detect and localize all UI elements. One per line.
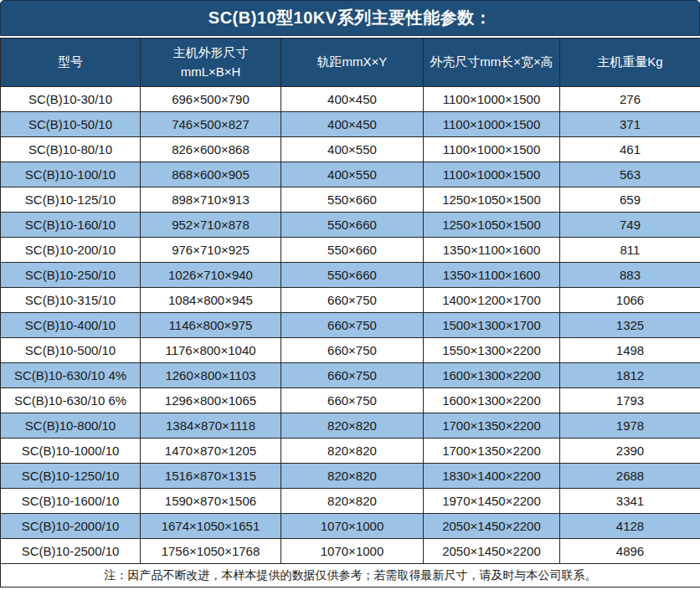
cell-weight: 4128 (560, 514, 700, 539)
table-row: SC(B)10-30/10696×500×790400×4501100×1000… (1, 87, 700, 112)
page-title: SC(B)10型10KV系列主要性能参数： (208, 7, 492, 29)
cell-shell: 1700×1350×2200 (424, 413, 560, 439)
cell-model: SC(B)10-50/10 (1, 112, 141, 137)
table-footer: 注：因产品不断改进，本样本提供的数据仅供参考；若需取得最新尺寸，请及时与本公司联… (1, 564, 700, 587)
table-row: SC(B)10-100/10868×600×905400×5501100×100… (1, 162, 700, 187)
cell-model: SC(B)10-800/10 (1, 413, 141, 439)
cell-gauge: 820×820 (281, 413, 424, 439)
table-row: SC(B)10-2000/101674×1050×16511070×100020… (1, 514, 700, 539)
note-row: 注：因产品不断改进，本样本提供的数据仅供参考；若需取得最新尺寸，请及时与本公司联… (1, 564, 700, 587)
cell-dimensions: 868×600×905 (141, 162, 281, 187)
cell-dimensions: 1026×710×940 (141, 263, 281, 288)
col-header-dimensions: 主机外形尺寸 mmL×B×H (141, 38, 281, 87)
cell-dimensions: 1084×800×945 (141, 288, 281, 313)
cell-dimensions: 1470×870×1205 (141, 439, 281, 464)
cell-weight: 1978 (560, 413, 700, 439)
cell-shell: 1600×1300×2200 (424, 388, 560, 413)
cell-shell: 1550×1300×2200 (424, 338, 560, 363)
cell-weight: 1812 (560, 363, 700, 388)
cell-dimensions: 1674×1050×1651 (141, 514, 281, 539)
col-header-gauge: 轨距mmX×Y (281, 38, 424, 87)
table-row: SC(B)10-1000/101470×870×1205820×8201700×… (1, 439, 700, 464)
cell-weight: 659 (560, 187, 700, 213)
cell-gauge: 820×820 (281, 489, 424, 514)
table-body: SC(B)10-30/10696×500×790400×4501100×1000… (1, 87, 700, 564)
table-row: SC(B)10-200/10976×710×925550×6601350×110… (1, 238, 700, 263)
page-title-bar: SC(B)10型10KV系列主要性能参数： (0, 0, 700, 36)
table-row: SC(B)10-80/10826×600×868400×5501100×1000… (1, 137, 700, 162)
cell-model: SC(B)10-315/10 (1, 288, 141, 313)
cell-gauge: 1070×1000 (281, 514, 424, 539)
cell-shell: 1350×1100×1600 (424, 238, 560, 263)
cell-gauge: 660×750 (281, 288, 424, 313)
cell-shell: 1400×1200×1700 (424, 288, 560, 313)
cell-shell: 1500×1300×1700 (424, 313, 560, 338)
cell-shell: 1600×1300×2200 (424, 363, 560, 388)
cell-gauge: 400×550 (281, 137, 424, 162)
cell-weight: 4896 (560, 539, 700, 564)
table-row: SC(B)10-125/10898×710×913550×6601250×105… (1, 187, 700, 213)
note-text: 注：因产品不断改进，本样本提供的数据仅供参考；若需取得最新尺寸，请及时与本公司联… (1, 564, 700, 587)
cell-dimensions: 898×710×913 (141, 187, 281, 213)
table-row: SC(B)10-315/101084×800×945660×7501400×12… (1, 288, 700, 313)
cell-dimensions: 976×710×925 (141, 238, 281, 263)
cell-dimensions: 1384×870×1118 (141, 413, 281, 439)
cell-shell: 1970×1450×2200 (424, 489, 560, 514)
header-row: 型号 主机外形尺寸 mmL×B×H 轨距mmX×Y 外壳尺寸mm长×宽×高 主机… (1, 38, 700, 87)
col-header-weight-label: 主机重量Kg (560, 53, 700, 72)
cell-weight: 883 (560, 263, 700, 288)
cell-model: SC(B)10-630/10 4% (1, 363, 141, 388)
col-header-gauge-label: 轨距mmX×Y (281, 53, 423, 72)
cell-gauge: 550×660 (281, 187, 424, 213)
cell-dimensions: 1756×1050×1768 (141, 539, 281, 564)
cell-model: SC(B)10-30/10 (1, 87, 141, 112)
table-row: SC(B)10-2500/101756×1050×17681070×100020… (1, 539, 700, 564)
table-row: SC(B)10-800/101384×870×1118820×8201700×1… (1, 413, 700, 439)
cell-dimensions: 1146×800×975 (141, 313, 281, 338)
cell-gauge: 660×750 (281, 338, 424, 363)
cell-dimensions: 1590×870×1506 (141, 489, 281, 514)
col-header-shell-label: 外壳尺寸mm长×宽×高 (424, 53, 559, 72)
cell-gauge: 400×550 (281, 162, 424, 187)
cell-shell: 1100×1000×1500 (424, 162, 560, 187)
cell-gauge: 400×450 (281, 112, 424, 137)
table-row: SC(B)10-1600/101590×870×1506820×8201970×… (1, 489, 700, 514)
table-row: SC(B)10-630/10 4%1260×800×1103660×750160… (1, 363, 700, 388)
cell-dimensions: 1176×800×1040 (141, 338, 281, 363)
col-header-dimensions-sub: mmL×B×H (141, 63, 281, 82)
cell-model: SC(B)10-100/10 (1, 162, 141, 187)
cell-weight: 1066 (560, 288, 700, 313)
cell-dimensions: 1296×800×1065 (141, 388, 281, 413)
cell-weight: 2688 (560, 464, 700, 489)
table-row: SC(B)10-400/101146×800×975660×7501500×13… (1, 313, 700, 338)
cell-gauge: 660×750 (281, 313, 424, 338)
cell-weight: 461 (560, 137, 700, 162)
cell-gauge: 820×820 (281, 464, 424, 489)
cell-shell: 1700×1350×2200 (424, 439, 560, 464)
cell-model: SC(B)10-1000/10 (1, 439, 141, 464)
table-row: SC(B)10-250/101026×710×940550×6601350×11… (1, 263, 700, 288)
cell-model: SC(B)10-500/10 (1, 338, 141, 363)
cell-weight: 2390 (560, 439, 700, 464)
cell-gauge: 660×750 (281, 388, 424, 413)
cell-shell: 1100×1000×1500 (424, 87, 560, 112)
cell-shell: 1830×1400×2200 (424, 464, 560, 489)
table-row: SC(B)10-160/10952×710×878550×6601250×105… (1, 213, 700, 238)
cell-model: SC(B)10-80/10 (1, 137, 141, 162)
cell-shell: 2050×1450×2200 (424, 539, 560, 564)
cell-dimensions: 952×710×878 (141, 213, 281, 238)
cell-gauge: 660×750 (281, 363, 424, 388)
table-header: 型号 主机外形尺寸 mmL×B×H 轨距mmX×Y 外壳尺寸mm长×宽×高 主机… (1, 38, 700, 87)
cell-model: SC(B)10-2000/10 (1, 514, 141, 539)
col-header-model-label: 型号 (1, 53, 140, 72)
spec-table: 型号 主机外形尺寸 mmL×B×H 轨距mmX×Y 外壳尺寸mm长×宽×高 主机… (0, 38, 700, 587)
cell-model: SC(B)10-630/10 6% (1, 388, 141, 413)
cell-shell: 1250×1050×1500 (424, 213, 560, 238)
cell-weight: 1498 (560, 338, 700, 363)
cell-gauge: 400×450 (281, 87, 424, 112)
col-header-dimensions-label: 主机外形尺寸 (141, 44, 281, 63)
cell-gauge: 550×660 (281, 238, 424, 263)
cell-shell: 1100×1000×1500 (424, 112, 560, 137)
cell-shell: 1250×1050×1500 (424, 187, 560, 213)
cell-dimensions: 696×500×790 (141, 87, 281, 112)
